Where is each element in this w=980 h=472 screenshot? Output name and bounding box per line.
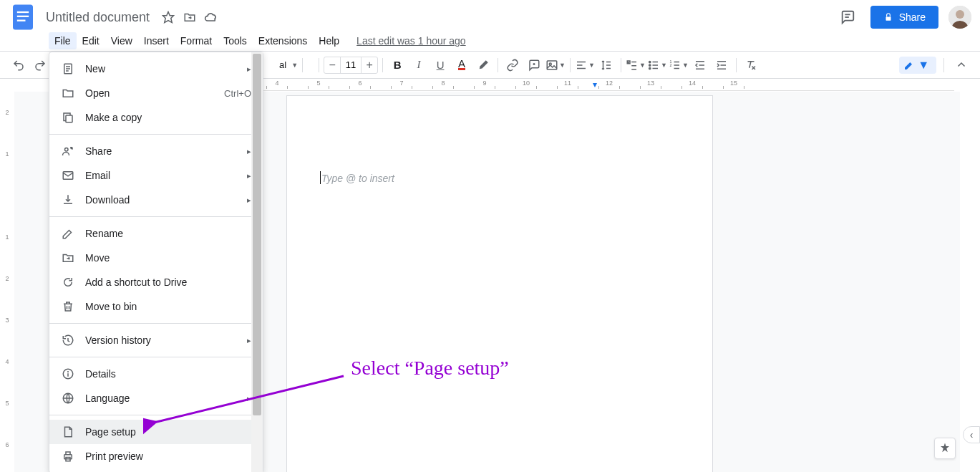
svg-point-27 [649,67,651,69]
file-menu-print-preview[interactable]: Print preview [49,444,263,468]
explore-button[interactable] [934,438,956,459]
menu-edit[interactable]: Edit [77,32,105,49]
doc-icon [61,62,75,76]
docs-logo[interactable] [9,3,37,32]
menu-item-label: Details [85,368,251,380]
svg-rect-13 [547,61,557,69]
vertical-ruler[interactable]: 21123456 [0,92,14,472]
checklist-button[interactable]: ▼ [626,55,646,75]
menu-item-label: Email [85,170,237,181]
file-menu-language[interactable]: Language▸ [49,386,263,410]
file-menu-email[interactable]: Email▸ [49,163,263,188]
file-menu-new[interactable]: New▸ [49,57,263,81]
highlight-button[interactable] [473,55,493,75]
email-icon [61,168,75,183]
copy-icon [61,110,75,125]
file-menu-add-a-shortcut-to-drive[interactable]: Add a shortcut to Drive [49,270,263,294]
menu-extensions[interactable]: Extensions [253,32,313,49]
font-size-increase[interactable]: + [362,59,377,72]
increase-indent-button[interactable] [712,55,732,75]
menu-item-label: Rename [85,228,251,239]
svg-rect-3 [17,20,26,21]
shortcut-icon [61,275,75,289]
numbered-list-button[interactable]: 12▼ [669,55,689,75]
file-menu-details[interactable]: Details [49,362,263,386]
docs-icon [13,4,33,30]
svg-rect-7 [886,16,891,20]
download-icon [61,193,75,207]
file-menu-download[interactable]: Download▸ [49,188,263,212]
add-comment-button[interactable] [524,55,544,75]
sidepanel-expand-button[interactable]: ‹ [963,426,980,443]
share-label: Share [899,11,926,23]
menu-item-label: Make a copy [85,112,251,123]
file-menu-open[interactable]: OpenCtrl+O [49,81,263,105]
last-edit-link[interactable]: Last edit was 1 hour ago [356,35,466,47]
text-cursor [320,171,321,184]
menu-view[interactable]: View [105,32,138,49]
align-button[interactable]: ▼ [575,55,595,75]
file-menu-rename[interactable]: Rename [49,221,263,246]
menu-tools[interactable]: Tools [218,32,253,49]
redo-button[interactable] [30,55,50,75]
comments-button[interactable] [835,4,860,30]
menu-item-label: New [85,63,237,74]
menu-help[interactable]: Help [313,32,345,49]
font-size-control[interactable]: − 11 + [324,57,378,74]
file-menu-make-a-copy[interactable]: Make a copy [49,105,263,130]
file-menu-page-setup[interactable]: Page setup [49,420,263,444]
menu-format[interactable]: Format [175,32,218,49]
menu-insert[interactable]: Insert [138,32,175,49]
text-color-button[interactable]: A [452,55,472,75]
font-size-decrease[interactable]: − [324,59,340,72]
document-title[interactable]: Untitled document [42,9,154,27]
star-icon[interactable] [161,10,175,24]
svg-point-26 [649,64,651,65]
svg-point-9 [956,10,964,19]
clear-formatting-button[interactable] [741,55,761,75]
font-size-value[interactable]: 11 [340,57,362,73]
dropdown-scrollbar[interactable] [251,52,263,472]
bulleted-list-button[interactable]: ▼ [647,55,667,75]
move-to-folder-icon[interactable] [183,10,197,24]
file-menu-move-to-bin[interactable]: Move to bin [49,294,263,319]
cloud-saved-icon[interactable] [204,10,218,24]
user-avatar[interactable] [949,6,971,29]
svg-rect-1 [17,11,29,13]
menu-item-label: Page setup [85,426,251,438]
document-page[interactable]: Type @ to insert [286,95,713,472]
page-placeholder: Type @ to insert [321,173,394,184]
menu-item-label: Open [85,87,214,99]
history-icon [61,333,75,347]
line-spacing-button[interactable] [596,55,616,75]
menu-item-label: Add a shortcut to Drive [85,276,251,288]
file-menu-share[interactable]: Share▸ [49,139,263,163]
toolbar-collapse-button[interactable] [951,55,971,75]
file-menu-version-history[interactable]: Version history▸ [49,328,263,352]
bold-button[interactable]: B [387,55,407,75]
menu-item-label: Move [85,252,251,264]
menu-item-label: Move to bin [85,301,251,312]
info-icon [61,367,75,381]
lock-icon [883,12,893,22]
insert-link-button[interactable] [503,55,523,75]
underline-button[interactable]: U [430,55,450,75]
svg-rect-52 [66,115,72,122]
editing-mode-button[interactable]: ▼ [899,57,936,74]
share-button[interactable]: Share [870,6,938,29]
trash-icon [61,299,75,314]
menubar: FileEditViewInsertFormatToolsExtensionsH… [0,30,980,52]
undo-button[interactable] [9,55,29,75]
file-menu-move[interactable]: Move [49,246,263,270]
pencil-icon [903,59,915,71]
menu-file[interactable]: File [49,32,77,49]
style-selector[interactable]: al▼ [275,59,298,70]
folder-icon [61,86,75,100]
globe-icon [61,391,75,405]
rename-icon [61,226,75,241]
insert-image-button[interactable]: ▼ [545,55,566,75]
share-icon [61,144,75,158]
svg-point-25 [649,61,651,62]
decrease-indent-button[interactable] [690,55,710,75]
italic-button[interactable]: I [409,55,429,75]
